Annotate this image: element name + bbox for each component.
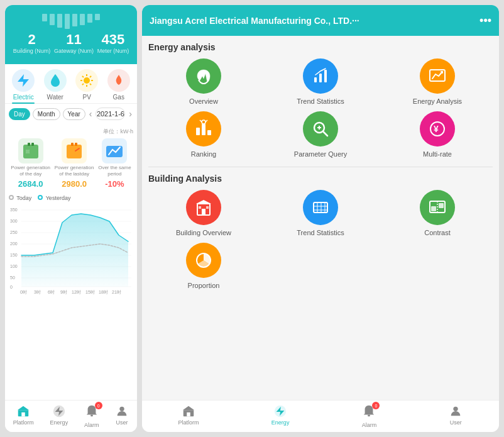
stats-row: 2 Building (Num) 11 Gateway (Num) 435 Me… — [11, 31, 131, 54]
power-card-today: Power generationof the day 2684.0 — [11, 138, 50, 189]
svg-rect-10 — [23, 145, 38, 158]
overview-icon-circle — [186, 58, 221, 94]
meter-stat: 435 Meter (Num) — [97, 31, 129, 54]
nav-right-alarm[interactable]: 0 Alarm — [362, 404, 377, 428]
menu-ranking[interactable]: Ranking — [148, 111, 259, 158]
svg-rect-57 — [207, 130, 211, 135]
svg-rect-67 — [202, 209, 205, 215]
ranking-icon — [194, 119, 214, 139]
svg-text:15时: 15时 — [85, 290, 95, 294]
date-next-arrow[interactable]: › — [128, 109, 133, 119]
svg-rect-70 — [314, 202, 327, 213]
legend-yesterday: Yesterday — [38, 195, 70, 201]
svg-rect-56 — [202, 124, 205, 135]
svg-text:¥: ¥ — [434, 124, 439, 134]
left-bottom-nav: Platlorm Energy 0 Alarm Us — [5, 400, 137, 432]
svg-point-87 — [454, 407, 458, 411]
svg-marker-66 — [196, 200, 211, 204]
menu-parameter-query[interactable]: Parameter Query — [265, 111, 376, 158]
menu-proportion[interactable]: Proportion — [148, 243, 259, 289]
tab-water[interactable]: Water — [44, 69, 67, 101]
gateway-value: 11 — [54, 31, 94, 48]
svg-text:21时: 21时 — [112, 290, 121, 294]
btn-year[interactable]: Year — [63, 108, 85, 120]
date-row: Day Month Year ‹ 2021-1-6 › — [5, 104, 137, 124]
unit-label: 单位：kW·h — [9, 128, 133, 136]
building-overview-icon-circle — [186, 190, 221, 225]
power-card-lastday-label: Power generationof the lastday — [55, 165, 94, 178]
parameter-query-icon — [310, 119, 331, 139]
svg-rect-78 — [431, 206, 436, 211]
date-prev-arrow[interactable]: ‹ — [88, 109, 94, 119]
nav-left-energy[interactable]: Energy — [50, 404, 68, 428]
btn-day[interactable]: Day — [9, 108, 30, 120]
menu-multi-rate[interactable]: ¥ Multi-rate — [382, 111, 493, 158]
tab-gas[interactable]: Gas — [107, 69, 130, 101]
svg-point-1 — [84, 77, 90, 84]
menu-trend-stats-building[interactable]: Trend Statistics — [265, 190, 376, 236]
svg-rect-16 — [71, 143, 74, 146]
svg-text:350: 350 — [10, 207, 18, 212]
power-card-today-value: 2684.0 — [18, 179, 43, 189]
menu-overview-label: Overview — [189, 97, 218, 105]
energy-tabs: Electric Water — [5, 64, 137, 104]
nav-right-energy-label: Energy — [271, 419, 290, 426]
nav-right-energy[interactable]: Energy — [271, 404, 290, 428]
svg-text:6时: 6时 — [48, 290, 55, 294]
right-bottom-nav: Platlorm Energy 0 Alarm Us — [142, 400, 499, 432]
svg-text:100: 100 — [10, 264, 18, 268]
nav-left-user[interactable]: User — [115, 404, 129, 428]
energy-analysis-icon — [427, 66, 447, 86]
menu-overview[interactable]: Overview — [148, 58, 259, 105]
building-value: 2 — [13, 31, 51, 48]
meter-value: 435 — [97, 31, 129, 48]
menu-ranking-label: Ranking — [191, 150, 216, 158]
ranking-icon-circle — [186, 111, 221, 147]
building-skyline — [11, 14, 131, 29]
energy-analysis-icon-circle — [420, 58, 455, 94]
nav-left-alarm-label: Alarm — [84, 422, 99, 428]
menu-contrast[interactable]: Contrast — [382, 190, 493, 236]
right-panel: Jiangsu Acrel Electrical Manufacturing C… — [142, 5, 499, 432]
menu-energy-analysis[interactable]: Energy Analysis — [382, 58, 493, 105]
svg-rect-86 — [368, 415, 371, 417]
menu-trend-stats[interactable]: Trend Statistics — [265, 58, 376, 105]
power-cards: Power generationof the day 2684.0 Power … — [9, 138, 133, 189]
nav-right-platform-label: Platlorm — [178, 419, 199, 426]
chart-section: Today Yesterday 350 300 250 200 150 100 … — [5, 191, 137, 400]
tab-pv[interactable]: PV — [75, 69, 98, 101]
nav-right-platform[interactable]: Platlorm — [178, 404, 199, 428]
menu-energy-analysis-label: Energy Analysis — [413, 97, 462, 105]
building-label: Building (Num) — [13, 48, 51, 54]
svg-rect-79 — [439, 203, 444, 208]
menu-building-overview[interactable]: Building Overview — [148, 190, 259, 236]
menu-trend-stats-building-label: Trend Statistics — [297, 229, 344, 236]
proportion-icon — [194, 250, 214, 270]
trend-stats-icon — [310, 66, 331, 86]
platform-icon — [16, 404, 30, 418]
svg-line-7 — [90, 84, 91, 85]
svg-rect-46 — [22, 412, 26, 416]
alarm-badge-container: 0 — [85, 404, 99, 421]
building-analysis-title: Building Analysis — [148, 174, 493, 184]
meter-label: Meter (Num) — [97, 48, 129, 54]
svg-rect-14 — [26, 150, 30, 153]
btn-month[interactable]: Month — [33, 108, 60, 120]
power-section: 单位：kW·h Power generationof the day 2684.… — [5, 124, 137, 191]
svg-rect-17 — [75, 143, 77, 146]
right-platform-icon — [182, 404, 195, 418]
svg-point-58 — [202, 120, 205, 124]
svg-text:12时: 12时 — [72, 290, 81, 294]
nav-left-alarm[interactable]: 0 Alarm — [84, 404, 99, 428]
right-user-icon — [449, 404, 463, 418]
left-panel: 2 Building (Num) 11 Gateway (Num) 435 Me… — [5, 5, 137, 432]
svg-rect-55 — [196, 128, 200, 135]
power-card-period-label: Over the sameperiod — [98, 165, 131, 178]
building-stat: 2 Building (Num) — [13, 31, 51, 54]
tab-electric[interactable]: Electric — [12, 69, 35, 101]
nav-right-user[interactable]: User — [449, 404, 463, 428]
svg-rect-15 — [67, 145, 82, 158]
nav-left-platform[interactable]: Platlorm — [13, 404, 34, 428]
svg-text:3时: 3时 — [34, 290, 41, 294]
power-card-lastday-value: 2980.0 — [62, 179, 87, 189]
